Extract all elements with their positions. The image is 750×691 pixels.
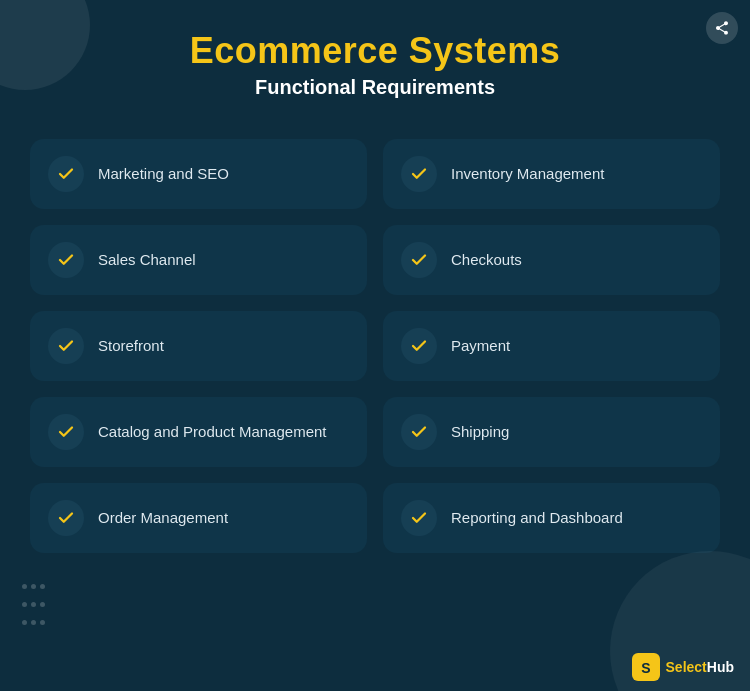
item-label-storefront: Storefront [98,336,164,356]
item-label-reporting-dashboard: Reporting and Dashboard [451,508,623,528]
item-card-reporting-dashboard: Reporting and Dashboard [383,483,720,553]
item-card-sales-channel: Sales Channel [30,225,367,295]
item-card-payment: Payment [383,311,720,381]
item-label-payment: Payment [451,336,510,356]
item-label-catalog-product: Catalog and Product Management [98,422,326,442]
checkmark-icon [57,423,75,441]
item-label-checkouts: Checkouts [451,250,522,270]
item-label-sales-channel: Sales Channel [98,250,196,270]
checkmark-icon [57,165,75,183]
check-icon-wrap [48,500,84,536]
logo-text: SelectHub [666,659,734,675]
checkmark-icon [57,251,75,269]
check-icon-wrap [401,328,437,364]
item-label-order-management: Order Management [98,508,228,528]
check-icon-wrap [401,500,437,536]
header: Ecommerce Systems Functional Requirement… [0,0,750,119]
checkmark-icon [410,337,428,355]
requirements-grid: Marketing and SEOInventory ManagementSal… [0,119,750,563]
item-card-catalog-product: Catalog and Product Management [30,397,367,467]
item-card-inventory-management: Inventory Management [383,139,720,209]
deco-dots [20,577,47,631]
page-subtitle: Functional Requirements [20,76,730,99]
check-icon-wrap [401,414,437,450]
check-icon-wrap [48,156,84,192]
check-icon-wrap [48,242,84,278]
page-title: Ecommerce Systems [20,30,730,72]
selecthub-logo-icon: S [632,653,660,681]
item-card-checkouts: Checkouts [383,225,720,295]
checkmark-icon [410,165,428,183]
share-icon [714,20,730,36]
check-icon-wrap [48,414,84,450]
item-label-shipping: Shipping [451,422,509,442]
checkmark-icon [410,509,428,527]
item-card-storefront: Storefront [30,311,367,381]
check-icon-wrap [48,328,84,364]
item-card-marketing-seo: Marketing and SEO [30,139,367,209]
checkmark-icon [410,251,428,269]
share-button[interactable] [706,12,738,44]
item-card-order-management: Order Management [30,483,367,553]
check-icon-wrap [401,242,437,278]
checkmark-icon [57,337,75,355]
checkmark-icon [410,423,428,441]
item-card-shipping: Shipping [383,397,720,467]
checkmark-icon [57,509,75,527]
item-label-inventory-management: Inventory Management [451,164,604,184]
check-icon-wrap [401,156,437,192]
svg-text:S: S [641,660,650,676]
footer-logo: S SelectHub [632,653,734,681]
item-label-marketing-seo: Marketing and SEO [98,164,229,184]
